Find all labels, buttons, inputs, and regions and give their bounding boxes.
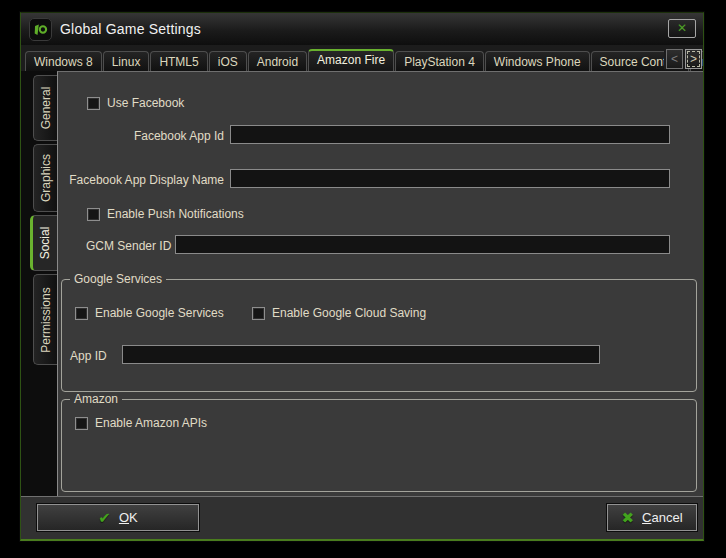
- google-services-group-title: Google Services: [70, 272, 166, 286]
- ok-button-label: OK: [119, 510, 138, 525]
- sidetab-general[interactable]: General: [33, 75, 57, 141]
- tab-scroll-right-icon[interactable]: >: [685, 49, 702, 69]
- use-facebook-checkbox[interactable]: Use Facebook: [87, 96, 184, 110]
- sidetab-permissions[interactable]: Permissions: [33, 274, 57, 365]
- facebook-app-id-input[interactable]: [230, 125, 670, 144]
- enable-push-notifications-checkbox[interactable]: Enable Push Notifications: [87, 207, 244, 221]
- gcm-sender-id-label: GCM Sender ID: [86, 239, 171, 253]
- amazon-group: Amazon Enable Amazon APIs: [61, 399, 697, 492]
- tab-html5[interactable]: HTML5: [150, 51, 207, 71]
- tab-amazon-fire[interactable]: Amazon Fire: [308, 49, 394, 71]
- tab-ios[interactable]: iOS: [209, 51, 247, 71]
- enable-google-cloud-saving-checkbox[interactable]: Enable Google Cloud Saving: [252, 306, 426, 320]
- social-settings-panel: Use Facebook Facebook App Id Facebook Ap…: [57, 71, 703, 496]
- tab-scroll-left-icon[interactable]: <: [666, 49, 683, 69]
- google-app-id-input[interactable]: [122, 345, 600, 364]
- tab-linux[interactable]: Linux: [103, 51, 150, 71]
- tab-playstation-4[interactable]: PlayStation 4: [395, 51, 484, 71]
- platform-tab-bar: Windows 8 Linux HTML5 iOS Android Amazon…: [21, 45, 703, 71]
- cancel-button[interactable]: ✖ Cancel: [607, 504, 697, 531]
- enable-push-notifications-checkbox-box[interactable]: [87, 208, 100, 221]
- dialog-footer: ✔ OK ✖ Cancel: [21, 496, 703, 539]
- tab-windows-phone[interactable]: Windows Phone: [485, 51, 590, 71]
- facebook-app-id-label: Facebook App Id: [58, 129, 224, 143]
- enable-amazon-apis-checkbox[interactable]: Enable Amazon APIs: [75, 416, 207, 430]
- enable-google-services-checkbox[interactable]: Enable Google Services: [75, 306, 224, 320]
- dialog-body: General Graphics Social Permissions Use …: [21, 71, 703, 496]
- ok-button[interactable]: ✔ OK: [37, 504, 199, 531]
- facebook-display-name-input[interactable]: [230, 169, 670, 188]
- enable-google-cloud-saving-checkbox-box[interactable]: [252, 307, 265, 320]
- gamemaker-logo-icon: [29, 18, 52, 41]
- enable-google-services-checkbox-box[interactable]: [75, 307, 88, 320]
- global-game-settings-dialog: Global Game Settings ✕ Windows 8 Linux H…: [20, 12, 704, 541]
- dialog-title: Global Game Settings: [60, 21, 201, 37]
- cancel-button-label: Cancel: [642, 510, 682, 525]
- enable-amazon-apis-checkbox-box[interactable]: [75, 417, 88, 430]
- titlebar: Global Game Settings ✕: [21, 13, 703, 45]
- cancel-x-icon: ✖: [621, 509, 634, 527]
- tab-scroll-controls: < >: [664, 49, 702, 69]
- sidetab-graphics[interactable]: Graphics: [33, 144, 57, 212]
- use-facebook-checkbox-box[interactable]: [87, 97, 100, 110]
- sidetab-social[interactable]: Social: [30, 215, 57, 271]
- amazon-group-title: Amazon: [70, 392, 122, 406]
- tab-windows-8[interactable]: Windows 8: [25, 51, 102, 71]
- tab-android[interactable]: Android: [248, 51, 307, 71]
- section-tab-strip: General Graphics Social Permissions: [21, 71, 57, 496]
- facebook-display-name-label: Facebook App Display Name: [58, 173, 224, 187]
- google-services-group: Google Services Enable Google Services E…: [61, 279, 697, 392]
- ok-check-icon: ✔: [98, 509, 111, 527]
- screen-background: { "colors": { "accent_green": "#68b12e",…: [0, 0, 726, 558]
- google-app-id-label: App ID: [70, 349, 107, 363]
- close-button[interactable]: ✕: [668, 19, 696, 38]
- gcm-sender-id-input[interactable]: [175, 235, 670, 254]
